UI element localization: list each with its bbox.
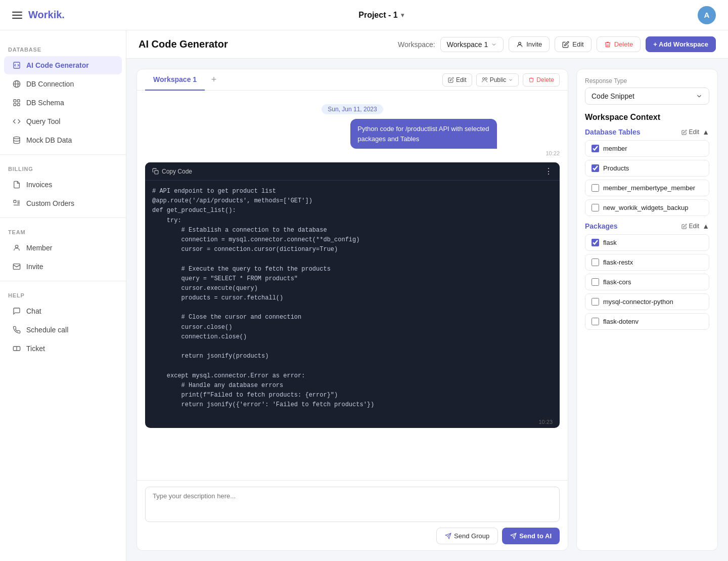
page-header: AI Code Generator Workspace: Workspace 1… [126,30,728,59]
page-header-actions: Workspace: Workspace 1 Invite Edit Delet… [398,36,716,52]
table-new-workik[interactable]: new_workik_widgets_backup [585,199,709,216]
date-badge: Sun, Jun 11, 2023 [145,105,560,113]
chevron-down-icon [508,77,513,82]
sidebar-item-ticket[interactable]: Ticket [4,339,122,358]
public-visibility-button[interactable]: Public [476,73,519,87]
tab-workspace1[interactable]: Workspace 1 [145,69,205,91]
sidebar-item-db-schema[interactable]: DB Schema [4,94,122,112]
sidebar-item-label: DB Connection [26,80,74,88]
code-time: 10:23 [145,416,560,428]
sidebar-item-mock-db-data[interactable]: Mock DB Data [4,131,122,149]
project-name: Project - 1 [358,11,397,20]
pkg-flask-dotenv[interactable]: flask-dotenv [585,313,709,330]
top-navbar: Workik. Project - 1 ▾ A [0,0,728,30]
edit-tab-button[interactable]: Edit [442,73,472,87]
svg-rect-5 [14,103,16,106]
sidebar-item-label: AI Code Generator [26,61,89,69]
table-member-membertype[interactable]: member_membertype_member [585,180,709,196]
page-title: AI Code Generator [139,38,228,50]
delete-tab-button[interactable]: Delete [523,73,560,87]
chevron-down-icon [491,41,497,48]
main-content: AI Code Generator Workspace: Workspace 1… [126,30,728,561]
collapse-packages-button[interactable]: ▲ [702,222,709,230]
workspace-value: Workspace 1 [447,40,488,49]
section-header: Packages Edit ▲ [585,222,709,230]
sidebar-section-label-database: DATABASE [0,40,126,56]
sidebar-item-query-tool[interactable]: Query Tool [4,112,122,131]
sidebar-item-ai-code-generator[interactable]: AI Code Generator [4,56,122,74]
copy-code-button[interactable]: Copy Code [152,168,192,175]
hamburger-menu[interactable] [12,12,22,19]
send-ai-button[interactable]: Send to AI [502,528,560,544]
code-more-button[interactable]: ⋮ [544,166,553,176]
pkg-flask-restx[interactable]: flask-restx [585,254,709,271]
svg-point-13 [519,42,521,45]
sidebar-item-custom-orders[interactable]: Custom Orders [4,194,122,212]
sidebar-item-label: Invite [26,263,43,271]
sidebar-section-label-team: TEAM [0,223,126,238]
chat-panel: Workspace 1 + Edit Public [136,69,568,551]
avatar[interactable]: A [698,6,716,24]
sidebar-item-db-connection[interactable]: DB Connection [4,75,122,93]
project-selector[interactable]: Project - 1 ▾ [358,11,403,20]
table-member[interactable]: member [585,140,709,157]
pkg-flask-restx-checkbox[interactable] [592,258,599,266]
pkg-flask[interactable]: flask [585,234,709,251]
main-layout: DATABASE AI Code Generator DB Connection… [0,30,728,561]
table-new-workik-checkbox[interactable] [592,204,599,211]
pkg-mysql-connector-checkbox[interactable] [592,298,599,306]
code-content: # API endpoint to get product list @app.… [145,181,560,416]
right-panel: Response Type Code Snippet Workspace Con… [576,69,718,551]
chat-icon [12,307,21,316]
add-workspace-button[interactable]: + Add Workspace [646,36,716,52]
invoice-icon [12,180,21,189]
svg-rect-4 [17,100,20,102]
pkg-flask-cors[interactable]: flask-cors [585,274,709,290]
svg-point-14 [485,77,487,79]
sidebar-item-label: Chat [26,307,41,315]
section-edit-button[interactable]: Edit [681,128,699,136]
table-products-checkbox[interactable] [592,164,599,172]
user-bubble: Python code for /productlist API with se… [350,119,497,149]
sidebar-item-invite[interactable]: Invite [4,257,122,276]
edit-button[interactable]: Edit [555,36,591,52]
sidebar: DATABASE AI Code Generator DB Connection… [0,30,126,561]
sidebar-item-schedule-call[interactable]: Schedule call [4,321,122,339]
section-header: Database Tables Edit ▲ [585,128,709,136]
packages-edit-button[interactable]: Edit [681,223,699,230]
send-group-button[interactable]: Send Group [436,528,498,544]
copy-icon [152,168,159,175]
table-member-checkbox[interactable] [592,145,599,152]
table-products[interactable]: Products [585,160,709,177]
schema-icon [12,98,21,107]
invite-icon [516,41,523,48]
edit-icon [681,224,687,229]
workspace-context-title: Workspace Context [585,113,709,122]
response-type-select[interactable]: Code Snippet [585,88,709,105]
response-type-label: Response Type [585,77,709,84]
table-member-membertype-checkbox[interactable] [592,184,599,192]
sidebar-item-chat[interactable]: Chat [4,302,122,320]
send-icon [445,533,451,539]
pkg-mysql-connector[interactable]: mysql-connector-python [585,293,709,310]
add-tab-button[interactable]: + [207,73,221,87]
sidebar-item-invoices[interactable]: Invoices [4,176,122,194]
pkg-flask-cors-checkbox[interactable] [592,278,599,286]
sidebar-section-label-help: HELP [0,286,126,301]
delete-button[interactable]: Delete [597,36,641,52]
section-title: Database Tables [585,128,640,136]
chat-actions: Send Group Send to AI [145,528,560,544]
sidebar-item-member[interactable]: Member [4,239,122,257]
users-icon [482,77,488,83]
collapse-section-button[interactable]: ▲ [702,128,709,136]
svg-rect-6 [17,103,20,106]
pkg-flask-checkbox[interactable] [592,239,599,246]
orders-icon [12,199,21,208]
workspace-dropdown[interactable]: Workspace 1 [440,37,504,52]
svg-point-15 [482,77,484,79]
sidebar-item-label: Invoices [26,181,52,189]
response-type-value: Code Snippet [592,92,634,100]
invite-button[interactable]: Invite [509,36,550,52]
chat-input[interactable] [145,487,560,522]
pkg-flask-dotenv-checkbox[interactable] [592,318,599,325]
